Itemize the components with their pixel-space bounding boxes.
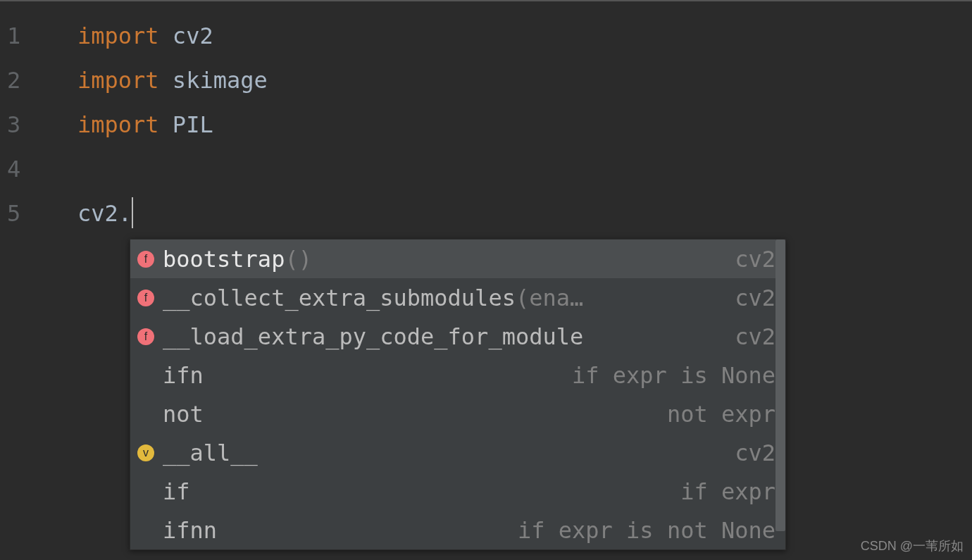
autocomplete-item[interactable]: ifn if expr is None xyxy=(130,356,785,394)
completion-origin: if expr is None xyxy=(558,362,775,389)
keyword-import: import xyxy=(77,111,159,138)
code-text: PIL xyxy=(159,111,213,138)
autocomplete-item[interactable]: f __collect_extra_submodules(ena… cv2 xyxy=(130,278,785,317)
code-text: cv2 xyxy=(159,23,213,49)
completion-label: not xyxy=(163,401,204,428)
popup-scrollbar-thumb[interactable] xyxy=(775,239,785,531)
code-text: cv2. xyxy=(77,200,132,227)
autocomplete-item[interactable]: f __load_extra_py_code_for_module cv2 xyxy=(130,317,785,356)
template-icon xyxy=(137,522,154,539)
completion-label: ifnn xyxy=(163,517,217,544)
code-line[interactable]: import PIL xyxy=(77,103,972,147)
completion-origin: cv2 xyxy=(721,323,775,350)
function-icon: f xyxy=(137,290,154,306)
code-text: skimage xyxy=(159,67,268,94)
line-number: 4 xyxy=(7,147,42,192)
autocomplete-popup[interactable]: f bootstrap() cv2 f __collect_extra_subm… xyxy=(130,239,786,550)
code-line[interactable]: cv2. xyxy=(77,192,972,236)
completion-label: bootstrap xyxy=(163,246,285,273)
code-line[interactable]: import cv2 xyxy=(77,14,972,58)
variable-icon: v xyxy=(137,444,154,461)
line-number: 1 xyxy=(7,14,42,58)
completion-label: __load_extra_py_code_for_module xyxy=(163,323,583,350)
template-icon xyxy=(137,406,154,423)
line-number: 2 xyxy=(7,58,42,103)
completion-origin: if expr is not None xyxy=(504,517,775,544)
text-caret xyxy=(132,197,133,228)
code-line[interactable]: import skimage xyxy=(77,58,972,103)
keyword-import: import xyxy=(77,67,159,94)
autocomplete-item[interactable]: ifnn if expr is not None xyxy=(130,511,785,549)
line-number: 5 xyxy=(7,192,42,236)
completion-label: if xyxy=(163,478,190,505)
completion-label: ifn xyxy=(163,362,204,389)
watermark-text: CSDN @一苇所如 xyxy=(861,537,964,554)
autocomplete-item[interactable]: if if expr xyxy=(130,472,785,511)
autocomplete-item[interactable]: not not expr xyxy=(130,394,785,433)
line-number: 3 xyxy=(7,103,42,147)
template-icon xyxy=(137,483,154,500)
function-icon: f xyxy=(137,328,154,345)
popup-scrollbar-track[interactable] xyxy=(775,239,785,549)
completion-origin: cv2 xyxy=(721,440,775,466)
autocomplete-item[interactable]: f bootstrap() cv2 xyxy=(130,239,785,278)
completion-label: __all__ xyxy=(163,440,258,466)
template-icon xyxy=(137,367,154,384)
completion-label: __collect_extra_submodules xyxy=(163,285,516,311)
code-line[interactable] xyxy=(77,147,972,192)
completion-args: () xyxy=(285,246,312,273)
keyword-import: import xyxy=(77,23,159,49)
completion-origin: cv2 xyxy=(721,246,775,273)
completion-origin: not expr xyxy=(653,401,775,428)
completion-args: (ena… xyxy=(516,285,583,311)
completion-origin: if expr xyxy=(666,478,775,505)
autocomplete-item[interactable]: v __all__ cv2 xyxy=(130,433,785,472)
completion-origin: cv2 xyxy=(721,285,775,311)
function-icon: f xyxy=(137,251,154,268)
line-gutter: 1 2 3 4 5 xyxy=(0,1,42,560)
